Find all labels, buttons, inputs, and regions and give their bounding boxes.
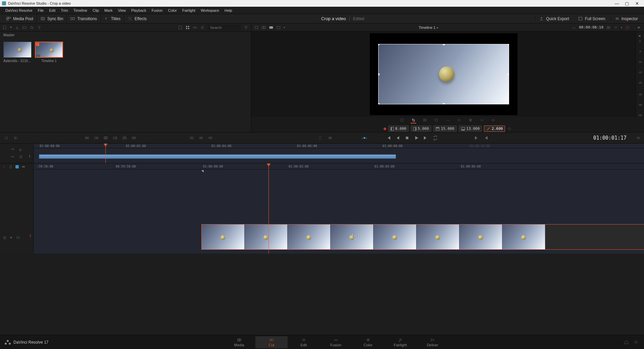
source-overwrite-icon[interactable] bbox=[131, 136, 137, 140]
crop-right-field[interactable]: 5.000 bbox=[411, 126, 431, 132]
tool-inspector[interactable]: Inspector bbox=[611, 16, 641, 21]
video-track-icon[interactable] bbox=[16, 236, 20, 240]
dynamic-zoom-icon[interactable] bbox=[422, 118, 428, 123]
dissolve-icon[interactable] bbox=[189, 136, 195, 140]
viewer-mode-1-icon[interactable] bbox=[254, 25, 259, 30]
bin-list-icon[interactable] bbox=[3, 25, 7, 30]
tools-dropdown-icon[interactable] bbox=[317, 136, 323, 140]
bypass-icon[interactable] bbox=[613, 25, 618, 30]
next-edit-icon[interactable] bbox=[473, 135, 479, 141]
menu-davinci[interactable]: DaVinci Resolve bbox=[3, 7, 35, 13]
speed-icon[interactable] bbox=[434, 118, 439, 123]
bypass-dropdown-icon[interactable]: ▾ bbox=[621, 26, 623, 29]
home-icon[interactable] bbox=[624, 340, 629, 345]
page-color[interactable]: Color bbox=[352, 336, 384, 348]
lock-track-icon[interactable] bbox=[3, 236, 7, 240]
menu-playback[interactable]: Playback bbox=[129, 7, 149, 13]
overview-playhead[interactable] bbox=[105, 144, 106, 163]
camera-icon[interactable] bbox=[479, 118, 485, 123]
detail-playhead[interactable] bbox=[268, 163, 269, 254]
crop-top-field[interactable]: 15.000 bbox=[433, 126, 457, 132]
viewer-mode-3-icon[interactable] bbox=[269, 25, 274, 30]
import-media-icon[interactable] bbox=[15, 25, 19, 30]
ripple-overwrite-icon[interactable] bbox=[103, 136, 109, 140]
snap-icon[interactable] bbox=[3, 136, 9, 140]
thumbnail-view-icon[interactable] bbox=[185, 25, 190, 30]
color-picker-icon[interactable] bbox=[625, 25, 630, 30]
transform-tool-icon[interactable] bbox=[399, 118, 405, 123]
menu-fusion[interactable]: Fusion bbox=[149, 7, 165, 13]
track-header-icon-3[interactable] bbox=[10, 154, 15, 159]
cut-icon[interactable] bbox=[198, 136, 204, 140]
page-deliver[interactable]: Deliver bbox=[416, 336, 449, 348]
reset-crop-icon[interactable] bbox=[507, 127, 512, 131]
page-edit[interactable]: Edit bbox=[288, 336, 320, 348]
safe-area-dropdown-icon[interactable]: ▾ bbox=[284, 26, 285, 29]
crop-handle-bl[interactable] bbox=[378, 103, 380, 104]
tool-titles[interactable]: T Titles bbox=[101, 14, 124, 23]
close-up-icon[interactable] bbox=[112, 136, 118, 140]
mute-track-icon[interactable] bbox=[9, 236, 13, 240]
track-header-icon-1[interactable] bbox=[10, 148, 15, 152]
page-fusion[interactable]: Fusion bbox=[320, 336, 352, 348]
smooth-cut-icon[interactable] bbox=[207, 136, 213, 140]
play-icon[interactable] bbox=[413, 135, 419, 141]
maximize-button[interactable]: ▢ bbox=[622, 1, 632, 6]
menu-view[interactable]: View bbox=[115, 7, 129, 13]
video-track-toggle[interactable] bbox=[15, 165, 19, 168]
menu-file[interactable]: File bbox=[35, 7, 47, 13]
stop-icon[interactable] bbox=[404, 135, 410, 141]
go-end-icon[interactable] bbox=[423, 135, 429, 141]
list-view-icon[interactable] bbox=[200, 25, 205, 30]
tool-effects[interactable]: Effects bbox=[124, 14, 150, 23]
timeline-detail[interactable]: :59:56:00 00:59:58:00 01:00:00:00 01:00:… bbox=[34, 163, 644, 254]
timeline-options-icon[interactable] bbox=[327, 136, 333, 140]
timeline-selector[interactable]: Timeline 1 ▾ bbox=[418, 26, 438, 30]
menu-clip[interactable]: Clip bbox=[90, 7, 102, 13]
keyframe-dot-icon[interactable] bbox=[384, 128, 386, 130]
ease-icon[interactable] bbox=[572, 25, 576, 30]
smart-insert-icon[interactable] bbox=[84, 136, 90, 140]
crop-left-field[interactable]: 8.000 bbox=[388, 126, 409, 132]
crop-handle-br[interactable] bbox=[508, 103, 509, 104]
track-header-icon-4[interactable] bbox=[18, 154, 23, 159]
color-icon[interactable] bbox=[468, 118, 473, 123]
menu-fairlight[interactable]: Fairlight bbox=[180, 7, 198, 13]
safe-area-icon[interactable] bbox=[276, 25, 281, 30]
stabilize-icon[interactable] bbox=[445, 118, 450, 123]
crop-handle-tc[interactable] bbox=[443, 44, 445, 45]
close-button[interactable]: ✕ bbox=[632, 1, 642, 6]
marker-mode-icon[interactable] bbox=[9, 165, 13, 169]
filter-icon[interactable] bbox=[244, 25, 248, 30]
page-media[interactable]: Media bbox=[223, 336, 255, 348]
tool-quick-export[interactable]: Quick Export bbox=[535, 16, 573, 21]
tool-sync-bin[interactable]: Sync Bin bbox=[37, 14, 67, 23]
audio-tool-icon[interactable] bbox=[491, 118, 496, 123]
sort-icon[interactable] bbox=[37, 25, 42, 30]
overview-clip[interactable] bbox=[39, 154, 396, 159]
crop-softness-field[interactable]: 2.600 bbox=[484, 126, 505, 132]
crop-handle-ml[interactable] bbox=[378, 73, 380, 76]
prev-frame-icon[interactable] bbox=[395, 135, 401, 141]
project-settings-icon[interactable] bbox=[634, 340, 639, 345]
scissors-icon[interactable] bbox=[13, 136, 19, 140]
tool-full-screen[interactable]: Full Screen bbox=[575, 16, 609, 21]
record-timecode[interactable]: 01:00:01:17 bbox=[593, 135, 627, 141]
clip-on-timeline[interactable] bbox=[201, 224, 644, 250]
go-start-icon[interactable] bbox=[385, 135, 391, 141]
place-on-top-icon[interactable] bbox=[121, 136, 128, 140]
append-icon[interactable] bbox=[93, 136, 99, 140]
media-clip-asteroids[interactable]: Asteroids - 31105... bbox=[3, 42, 32, 63]
minimize-button[interactable]: — bbox=[612, 1, 622, 6]
bin-path[interactable]: Master bbox=[0, 32, 251, 38]
crop-bottom-field[interactable]: 13.000 bbox=[459, 126, 482, 132]
tool-media-pool[interactable]: Media Pool bbox=[3, 14, 37, 23]
media-search-input[interactable] bbox=[207, 24, 241, 31]
crop-tool-icon[interactable] bbox=[411, 118, 416, 123]
page-fairlight[interactable]: Fairlight bbox=[384, 336, 416, 348]
timeline-menu-icon[interactable] bbox=[636, 136, 641, 140]
crop-rectangle[interactable] bbox=[378, 44, 509, 104]
page-cut[interactable]: Cut bbox=[255, 336, 288, 348]
menu-help[interactable]: Help bbox=[222, 7, 235, 13]
speaker-icon[interactable] bbox=[637, 25, 641, 30]
